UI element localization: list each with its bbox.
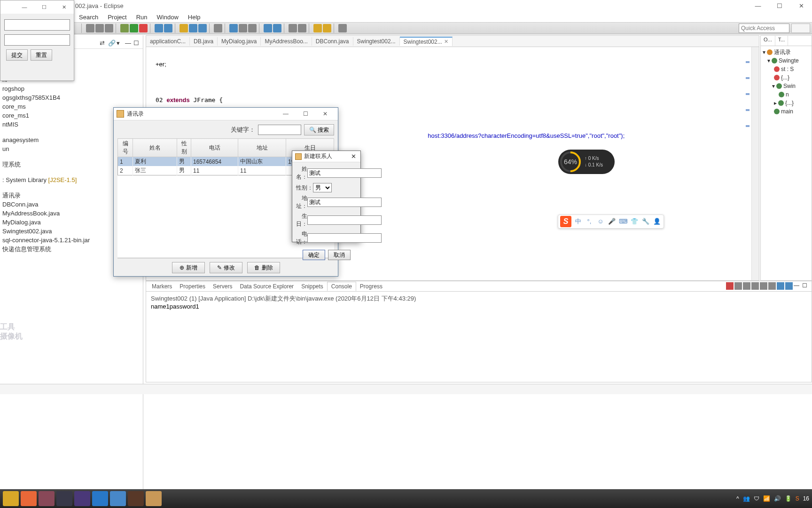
window-titlebar[interactable]: 通讯录 — ☐ ✕: [114, 108, 338, 120]
tab-properties[interactable]: Properties: [176, 282, 209, 291]
bday-input[interactable]: [307, 215, 382, 225]
ime-emoji-icon[interactable]: ☺: [596, 217, 605, 226]
toolbar-btn[interactable]: [273, 24, 281, 32]
debug-icon[interactable]: [120, 24, 129, 32]
outline-item[interactable]: {...}: [763, 73, 810, 82]
col-sex[interactable]: 性别: [177, 139, 191, 157]
tray-people-icon[interactable]: 👥: [743, 495, 750, 502]
maximize-icon[interactable]: ☐: [133, 40, 141, 47]
addr-input[interactable]: [307, 198, 382, 207]
tree-item[interactable]: rogshop: [1, 84, 143, 93]
toolbar-btn[interactable]: [189, 24, 197, 32]
close-icon[interactable]: ✕: [790, 0, 812, 12]
toolbar-btn[interactable]: [164, 24, 172, 32]
taskbar-app[interactable]: [56, 491, 72, 506]
outline-item[interactable]: ▾ Swin: [763, 82, 810, 90]
maximize-icon[interactable]: ☐: [34, 0, 54, 14]
tab-console[interactable]: Console: [327, 282, 356, 291]
tree-item[interactable]: ogsglxthsg7585X1B4: [1, 93, 143, 102]
outline-tree[interactable]: ▾ 通讯录 ▾ Swingte st : S {...} ▾ Swin n ▸ …: [761, 46, 812, 118]
menu-project[interactable]: Project: [104, 13, 130, 22]
tab-markers[interactable]: Markers: [148, 282, 176, 291]
ime-tools-icon[interactable]: 🔧: [641, 217, 650, 226]
tray-clock[interactable]: 16: [803, 496, 809, 502]
close-tab-icon[interactable]: ✕: [444, 39, 448, 45]
toolbar-btn[interactable]: [105, 24, 113, 32]
toolbar-btn[interactable]: [180, 24, 188, 32]
toolbar-btn[interactable]: [229, 24, 238, 32]
sex-select[interactable]: 男: [313, 183, 332, 192]
taskbar-app[interactable]: [110, 491, 126, 506]
search-button[interactable]: 🔍 搜索: [304, 124, 334, 135]
outline-item[interactable]: ▸ {...}: [763, 99, 810, 107]
speed-widget[interactable]: 64% ↑ 0 K/s ↓ 0.1 K/s: [558, 150, 615, 174]
outline-item[interactable]: n: [763, 90, 810, 99]
clear-icon[interactable]: [751, 282, 759, 290]
editor-tab[interactable]: MyDialog.java: [218, 37, 261, 46]
editor-tab[interactable]: DB.java: [190, 37, 218, 46]
tab-snippets[interactable]: Snippets: [297, 282, 327, 291]
menu-search[interactable]: Search: [75, 13, 102, 22]
min-icon[interactable]: —: [794, 282, 801, 290]
ime-punct-icon[interactable]: °,: [585, 217, 594, 226]
reset-button[interactable]: 重置: [31, 49, 52, 61]
tray-volume-icon[interactable]: 🔊: [774, 495, 781, 502]
outline-tab[interactable]: O...: [761, 36, 775, 46]
tel-input[interactable]: [307, 233, 382, 243]
quick-access-input[interactable]: [739, 24, 789, 33]
cancel-button[interactable]: 取消: [328, 250, 351, 260]
outline-item[interactable]: ▾ Swingte: [763, 56, 810, 65]
taskbar-app-eclipse[interactable]: [74, 491, 90, 506]
name-input[interactable]: [307, 168, 382, 178]
menu-run[interactable]: Run: [133, 13, 151, 22]
maximize-icon[interactable]: ☐: [296, 109, 315, 119]
back-icon[interactable]: [313, 24, 322, 32]
toolbar-btn[interactable]: [248, 24, 257, 32]
tab-data-source[interactable]: Data Source Explorer: [236, 282, 297, 291]
minimize-icon[interactable]: —: [747, 0, 769, 12]
collapse-icon[interactable]: ⇄: [100, 40, 107, 47]
keyword-input[interactable]: [258, 125, 301, 135]
ok-button[interactable]: 确定: [303, 250, 325, 260]
close-icon[interactable]: ✕: [349, 153, 358, 160]
outline-tab[interactable]: T...: [775, 36, 789, 46]
editor-tab-active[interactable]: Swingtest002...✕: [400, 37, 453, 46]
tray-ime-icon[interactable]: S: [796, 495, 799, 502]
ime-skin-icon[interactable]: 👕: [630, 217, 639, 226]
col-id[interactable]: 编号: [118, 139, 133, 157]
remove-icon[interactable]: [734, 282, 742, 290]
pin-icon[interactable]: [768, 282, 776, 290]
tray-wifi-icon[interactable]: 📶: [763, 495, 770, 502]
outline-item[interactable]: main: [763, 107, 810, 116]
toolbar-btn[interactable]: [338, 24, 347, 32]
toolbar-btn[interactable]: [239, 24, 247, 32]
ime-keyboard-icon[interactable]: ⌨: [618, 217, 628, 226]
max-icon[interactable]: ☐: [802, 282, 810, 290]
ime-mic-icon[interactable]: 🎤: [607, 217, 617, 226]
editor-tab[interactable]: Swingtest002...: [353, 37, 400, 46]
add-button[interactable]: ⊕新增: [172, 262, 205, 273]
outline-item[interactable]: ▾ 通讯录: [763, 48, 810, 56]
toolbar-btn[interactable]: [214, 24, 222, 32]
menu-window[interactable]: Window: [153, 13, 182, 22]
close-icon[interactable]: ✕: [315, 109, 335, 119]
ime-lang[interactable]: 中: [573, 217, 583, 226]
sogou-logo-icon[interactable]: S: [560, 216, 571, 227]
terminate-icon[interactable]: [726, 282, 734, 290]
run-icon[interactable]: [130, 24, 138, 32]
remove-all-icon[interactable]: [743, 282, 750, 290]
tab-progress[interactable]: Progress: [356, 282, 386, 291]
tray-shield-icon[interactable]: 🛡: [754, 495, 759, 502]
dialog-titlebar[interactable]: 新建联系人 ✕: [292, 151, 360, 162]
close-icon[interactable]: ✕: [54, 0, 74, 14]
toolbar-btn[interactable]: [155, 24, 163, 32]
tray-up-icon[interactable]: ^: [736, 495, 739, 502]
link-icon[interactable]: 🔗: [108, 40, 116, 47]
editor-tab[interactable]: applicationC...: [146, 37, 190, 46]
minimize-icon[interactable]: —: [276, 109, 296, 119]
taskbar-app[interactable]: [39, 491, 55, 506]
col-name[interactable]: 姓名: [133, 139, 177, 157]
maximize-icon[interactable]: ☐: [769, 0, 790, 12]
toolbar-btn[interactable]: [298, 24, 306, 32]
delete-button[interactable]: 🗑删除: [247, 262, 280, 273]
